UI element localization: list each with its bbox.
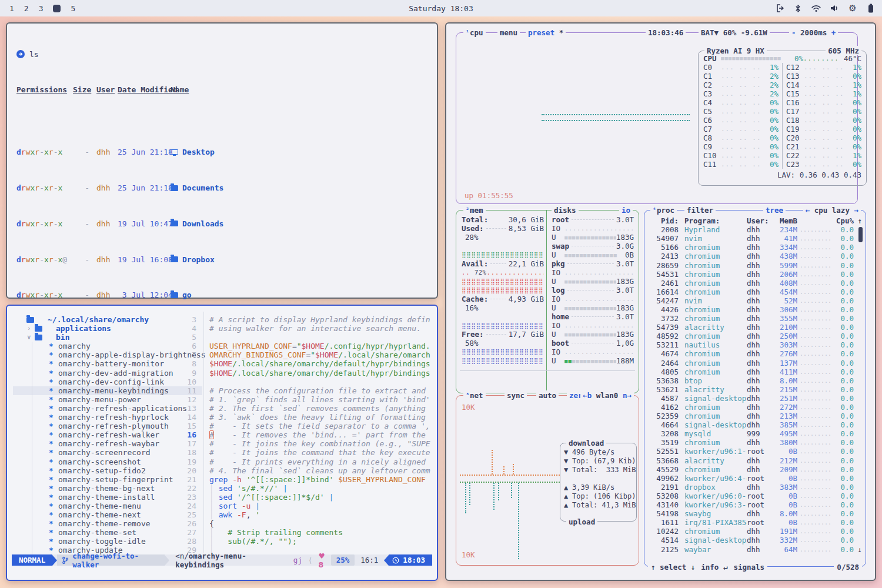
terminal-window[interactable]: ls Permissions Size User Date Modified N… — [6, 22, 438, 299]
process-row[interactable]: 4426 chromium dhh 306M ......... 0.0 — [644, 305, 866, 314]
process-row[interactable]: 4664 signal-desktop dhh 385M ......... 0… — [644, 420, 866, 429]
token — [333, 475, 338, 484]
process-row[interactable]: 10242 chromium dhh 191M ......... 0.0 — [644, 527, 866, 536]
tree-item[interactable]: * omarchy-theme-bg-next — [13, 484, 202, 493]
preset-button[interactable]: preset * — [526, 28, 566, 37]
proc-scrollbar[interactable] — [858, 227, 863, 242]
process-row[interactable]: 54907 nvim dhh 41M ......... 0.0 — [644, 234, 866, 243]
proc-filter-button[interactable]: filter — [684, 205, 716, 215]
proc-header-cpu[interactable]: Cpu% — [834, 216, 854, 225]
tree-item[interactable]: * omarchy-refresh-walker — [13, 430, 202, 439]
select-hint[interactable]: ↑ select ↓ — [648, 563, 698, 572]
process-row[interactable]: 3519 chromium dhh 380M ......... 0.0 — [644, 438, 866, 447]
process-row[interactable]: 3732 chromium dhh 355M ......... 0.0 — [644, 314, 866, 323]
process-row[interactable]: 54739 alacritty dhh 210M ......... 0.0 — [644, 323, 866, 332]
signals-hint[interactable]: signals — [730, 563, 767, 572]
proc-header-program[interactable]: Program: — [679, 216, 747, 225]
process-row[interactable]: 52551 kworker/u96:1-co root 0B .........… — [644, 447, 866, 456]
process-row[interactable]: 2461 chromium dhh 408M ......... 0.0 — [644, 279, 866, 288]
info-hint[interactable]: info ↵ — [698, 563, 730, 572]
process-row[interactable]: 1611 irq/81-PIXA3854: root 0B ......... … — [644, 518, 866, 527]
net-sync-button[interactable]: sync — [505, 390, 527, 400]
refresh-interval[interactable]: - 2000ms + — [789, 28, 838, 37]
process-row[interactable]: 45529 chromium dhh 209M ......... 0.0 — [644, 465, 866, 474]
tree-item[interactable]: * omarchy-setup-fingerprint — [13, 475, 202, 484]
net-interface-switcher[interactable]: ←b wlan0 n→ — [580, 390, 634, 400]
net-tab[interactable]: ³net — [463, 390, 486, 400]
tree-item[interactable]: * omarchy-menu-keybindings — [13, 386, 202, 395]
process-row[interactable]: 4514 signal-desktop dhh 332M ......... 0… — [644, 536, 866, 544]
tree-item[interactable]: * omarchy-refresh-applications — [13, 404, 202, 413]
tree-item[interactable]: * omarchy-theme-remove — [13, 519, 202, 528]
tree-item[interactable]: * omarchy — [13, 342, 202, 350]
process-row[interactable]: 54247 nvim dhh 52M ......... 0.0 — [644, 296, 866, 305]
battery-icon[interactable] — [866, 3, 876, 14]
proc-header-mem[interactable]: MemB — [771, 216, 797, 225]
wifi-icon[interactable] — [811, 3, 821, 14]
process-row[interactable]: 4805 chromium dhh 411M ......... 0.0 — [644, 368, 866, 376]
tree-item[interactable]: * omarchy-menu-power — [13, 395, 202, 404]
tree-item[interactable]: * omarchy-dev-config-link — [13, 377, 202, 386]
tree-item[interactable]: ~/.local/share/omarchy — [13, 315, 202, 324]
process-row[interactable]: 28659 chromium dhh 599M ......... 0.0 — [644, 260, 866, 269]
process-row[interactable]: 53208 kworker/u96:0-sd root 0B .........… — [644, 492, 866, 500]
process-row[interactable]: 4587 signal-desktop dhh 251M ......... 0… — [644, 394, 866, 403]
proc-sort-selector[interactable]: ← cpu lazy → — [803, 205, 861, 215]
tree-item[interactable]: * omarchy-theme-next — [13, 510, 202, 519]
process-row[interactable]: 43140 kworker/u96:3-sd root 0B .........… — [644, 500, 866, 509]
logout-icon[interactable] — [774, 3, 785, 14]
process-row[interactable]: 49962 kworker/u96:4-gf root 0B .........… — [644, 474, 866, 483]
process-row[interactable]: 54198 swaybg dhh 8.0M ......... 0.0 — [644, 509, 866, 518]
io-toggle[interactable]: io — [619, 205, 633, 215]
menu-button[interactable]: menu — [497, 28, 520, 37]
process-row[interactable]: 2125 waybar dhh 64M ......... 0.0 ↓ — [644, 544, 866, 553]
tree-item[interactable]: * omarchy-dev-add-migration — [13, 369, 202, 377]
tree-item[interactable]: * omarchy-theme-install — [13, 493, 202, 502]
process-row[interactable]: 48592 chromium dhh 250M ......... 0.0 — [644, 332, 866, 340]
bluetooth-icon[interactable] — [793, 3, 803, 14]
proc-header-user[interactable]: User: — [747, 216, 771, 225]
tree-item[interactable]: * omarchy-toggle-idle — [13, 537, 202, 546]
proc-tree-button[interactable]: tree — [763, 205, 786, 215]
process-row[interactable]: 4674 chromium dhh 276M ......... 0.0 — [644, 349, 866, 358]
net-auto-button[interactable]: auto — [536, 390, 559, 400]
tree-item[interactable]: * omarchy-screenshot — [13, 457, 202, 466]
proc-header-pid[interactable]: Pid: — [649, 216, 679, 225]
tree-item[interactable]: * omarchy-battery-monitor — [13, 359, 202, 368]
process-row[interactable]: 54531 chromium dhh 206M ......... 0.0 — [644, 270, 866, 279]
process-row[interactable]: 53638 btop dhh 8.0M ......... 0.0 — [644, 376, 866, 385]
code-pane[interactable]: 3 # A script to display Hyprland keybind… — [183, 315, 435, 555]
tree-item[interactable]: * omarchy-theme-set — [13, 528, 202, 537]
disks-tab[interactable]: disks — [552, 205, 579, 215]
tree-item[interactable]: * omarchy-refresh-plymouth — [13, 422, 202, 430]
editor-window[interactable]: ~/.local/share/omarchy › applications ∨ … — [6, 305, 438, 581]
process-row[interactable]: 53621 alacritty dhh 215M ......... 0.0 — [644, 385, 866, 394]
tree-item[interactable]: ∨ bin — [13, 333, 202, 342]
proc-tab[interactable]: ⁴proc — [650, 205, 677, 215]
process-row[interactable]: 2464 chromium dhh 137M ......... 0.0 — [644, 359, 866, 368]
tree-item[interactable]: * omarchy-refresh-hyprlock — [13, 413, 202, 422]
process-row[interactable]: 5166 chromium dhh 334M ......... 0.0 — [644, 243, 866, 252]
process-row[interactable]: 16614 chromium dhh 454M ......... 0.0 — [644, 288, 866, 296]
tree-item[interactable]: * omarchy-setup-fido2 — [13, 466, 202, 475]
mem-tab[interactable]: ²mem — [463, 205, 486, 215]
cpu-tab[interactable]: ¹cpu — [463, 28, 486, 37]
process-row[interactable]: 52359 chromium dhh 213M ......... 0.0 — [644, 412, 866, 420]
process-row[interactable]: 53668 alacritty dhh 212M ......... 0.0 — [644, 456, 866, 465]
process-row[interactable]: 4162 chromium dhh 272M ......... 0.0 — [644, 403, 866, 412]
process-row[interactable]: 2008 Hyprland dhh 234M ......... 0.0 — [644, 225, 866, 234]
process-row[interactable]: 3208 mysqld 999 495M ......... 0.0 — [644, 429, 866, 438]
tree-item[interactable]: * omarchy-screenrecord — [13, 448, 202, 457]
process-row[interactable]: 53211 nautilus dhh 303M ......... 0.0 — [644, 340, 866, 349]
git-branch-segment[interactable]: change-wofi-to-walker — [57, 554, 165, 566]
volume-icon[interactable] — [829, 3, 840, 14]
tree-item[interactable]: * omarchy-theme-menu — [13, 502, 202, 510]
settings-gear-icon[interactable]: ⚙ — [847, 3, 858, 14]
system-monitor-window[interactable]: ¹cpu menu preset * 18:03:46 BAT▼ 60% -9.… — [445, 22, 876, 581]
process-row[interactable]: 2413 chromium dhh 438M ......... 0.0 — [644, 252, 866, 260]
tree-item[interactable]: * omarchy-apple-display-brightness — [13, 350, 202, 359]
tree-item[interactable]: * omarchy-refresh-waybar — [13, 439, 202, 448]
process-row[interactable]: 2191 dropbox dhh 383M ......... 0.0 — [644, 483, 866, 492]
sort-direction-icon[interactable]: ↑ — [854, 216, 862, 225]
tree-item[interactable]: › applications — [13, 324, 202, 333]
